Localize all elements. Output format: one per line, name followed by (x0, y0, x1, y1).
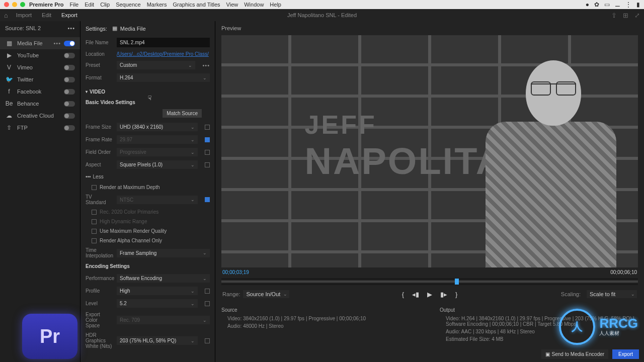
aspect-select[interactable]: Square Pixels (1.0)⌄ (117, 160, 198, 169)
send-to-media-encoder-button[interactable]: ▣Send to Media Encoder (541, 349, 609, 359)
aspect-match-check[interactable] (205, 162, 210, 167)
bluetooth-icon[interactable]: ⚊ (615, 1, 620, 8)
destination-youtube[interactable]: ▶ YouTube (0, 49, 80, 61)
hdr-white-select[interactable]: 203 (75% HLG, 58% PQ)⌄ (117, 336, 198, 345)
export-button[interactable]: Export (612, 349, 639, 359)
menu-markers[interactable]: Markers (147, 2, 167, 8)
destination-ftp[interactable]: ⇧ FTP (0, 122, 80, 134)
mark-out-icon[interactable]: } (455, 291, 457, 298)
fullscreen-icon[interactable]: ⤢ (634, 12, 640, 19)
profile-select[interactable]: High⌄ (117, 287, 198, 295)
performance-select[interactable]: Software Encoding⌄ (117, 274, 210, 283)
destination-twitter[interactable]: 🐦 Twitter (0, 73, 80, 85)
dest-toggle[interactable] (64, 113, 75, 119)
quick-export-icon[interactable]: ⇪ (611, 12, 617, 19)
alpha-only-check[interactable] (92, 238, 97, 243)
location-label: Location (86, 51, 113, 57)
total-timecode: 00;00;06;10 (610, 269, 637, 275)
menu-graphics[interactable]: Graphics and Titles (173, 2, 220, 8)
menu-help[interactable]: Help (270, 2, 281, 8)
battery-icon[interactable]: ▮ (636, 1, 640, 8)
tv-standard-match-check[interactable] (205, 197, 210, 202)
level-match-check[interactable] (205, 301, 210, 306)
caret-down-icon[interactable]: ▾ (86, 89, 88, 94)
preview-viewport[interactable]: JEFF NAPOLITANO (221, 35, 638, 267)
frame-size-match-check[interactable] (205, 125, 210, 130)
dest-toggle[interactable] (64, 77, 75, 82)
destination-facebook[interactable]: f Facebook (0, 85, 80, 98)
destination-vimeo[interactable]: V Vimeo (0, 61, 80, 73)
dest-toggle[interactable] (64, 53, 75, 58)
dest-toggle[interactable] (64, 65, 75, 70)
preset-select[interactable]: Custom⌄ (117, 61, 195, 69)
current-timecode[interactable]: 00;00;03;19 (222, 269, 249, 275)
format-select[interactable]: H.264⌄ (117, 73, 210, 82)
play-icon[interactable]: ▶ (427, 291, 432, 298)
chevron-down-icon: ⌄ (203, 318, 207, 323)
level-label: Level (86, 301, 113, 306)
dest-label: Twitter (17, 76, 64, 82)
chevron-down-icon: ⌄ (631, 292, 635, 297)
menu-app[interactable]: Premiere Pro (29, 2, 63, 8)
less-toggle[interactable]: •••Less (80, 171, 215, 183)
hdr-white-match-check[interactable] (205, 338, 210, 343)
field-order-match-check[interactable] (205, 150, 210, 155)
frame-rate-match-check[interactable] (205, 137, 210, 142)
tab-export[interactable]: Export (61, 12, 77, 18)
dest-toggle[interactable] (64, 41, 75, 46)
menu-view[interactable]: View (226, 2, 238, 8)
display-icon[interactable]: ▭ (604, 1, 610, 8)
source-menu-icon[interactable]: ••• (67, 25, 75, 31)
max-dot[interactable] (20, 2, 25, 7)
frame-size-select[interactable]: UHD (3840 x 2160)⌄ (117, 123, 198, 131)
scrub-bar[interactable] (221, 278, 638, 285)
max-quality-check[interactable] (92, 229, 97, 234)
mark-in-icon[interactable]: { (402, 291, 404, 298)
dest-toggle[interactable] (64, 89, 75, 95)
frame-rate-select: 29.97⌄ (117, 135, 198, 144)
location-link[interactable]: /Users/...o2/Desktop/Premiere Pro Class/ (117, 51, 209, 57)
dest-toggle[interactable] (64, 125, 75, 131)
range-select[interactable]: Source In/Out⌄ (243, 290, 289, 298)
home-icon[interactable]: ⌂ (4, 12, 8, 19)
person-figure (480, 51, 621, 267)
tv-standard-select: NTSC⌄ (117, 196, 198, 204)
menu-window[interactable]: Window (244, 2, 264, 8)
playhead[interactable] (455, 279, 459, 285)
close-dot[interactable] (4, 2, 9, 7)
hdr-white-label: HDR Graphics White (Nits) (86, 332, 113, 349)
menu-sequence[interactable]: Sequence (116, 2, 141, 8)
video-section-header[interactable]: VIDEO (90, 89, 105, 95)
chevron-down-icon: ⌄ (191, 150, 195, 155)
preset-label: Preset (86, 62, 113, 68)
match-source-button[interactable]: Match Source (163, 109, 202, 118)
scaling-select[interactable]: Scale to fit⌄ (587, 290, 637, 298)
settings-media-file: Media File (120, 26, 146, 32)
destination-behance[interactable]: Be Behance (0, 98, 80, 110)
file-name-input[interactable] (117, 38, 210, 47)
level-select[interactable]: 5.2⌄ (117, 299, 198, 308)
destination-media-file[interactable]: ▦ Media File ••• (0, 37, 80, 49)
source-name[interactable]: SNL 2 (26, 25, 41, 31)
dest-more-icon[interactable]: ••• (53, 40, 61, 46)
min-dot[interactable] (12, 2, 17, 7)
tab-edit[interactable]: Edit (42, 12, 51, 18)
render-max-depth-check[interactable] (92, 185, 97, 190)
cc-icon[interactable]: ✿ (594, 1, 599, 8)
wifi-icon[interactable]: ⋮ (625, 1, 631, 8)
destination-creative-cloud[interactable]: ☁ Creative Cloud (0, 110, 80, 122)
step-back-icon[interactable]: ◂▮ (412, 291, 419, 298)
step-fwd-icon[interactable]: ▮▸ (440, 291, 447, 298)
workspace-icon[interactable]: ⊞ (623, 12, 628, 19)
menu-file[interactable]: File (69, 2, 78, 8)
time-interp-select[interactable]: Frame Sampling⌄ (117, 249, 210, 257)
menu-edit[interactable]: Edit (85, 2, 94, 8)
menu-clip[interactable]: Clip (100, 2, 110, 8)
profile-match-check[interactable] (205, 289, 210, 294)
media-file-icon: ▦ (112, 25, 117, 32)
record-icon[interactable]: ● (586, 1, 589, 8)
chevron-down-icon: ⌄ (191, 289, 195, 294)
preset-more-icon[interactable]: ••• (202, 62, 210, 68)
dest-toggle[interactable] (64, 101, 75, 107)
tab-import[interactable]: Import (16, 12, 32, 18)
